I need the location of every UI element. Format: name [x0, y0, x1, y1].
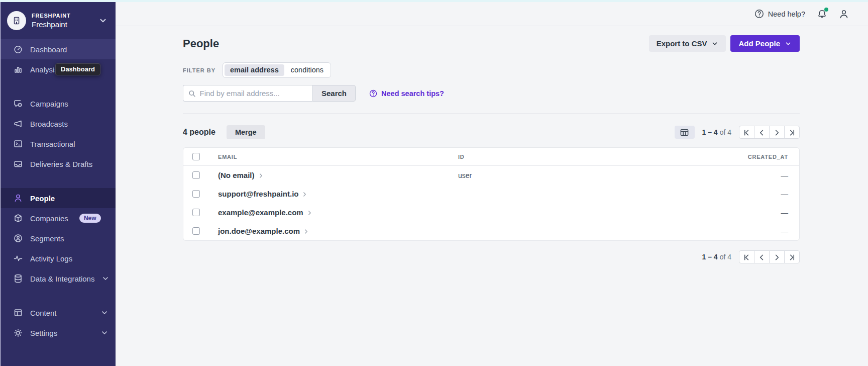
- sidebar-item-activity-logs[interactable]: Activity Logs: [0, 248, 116, 268]
- search-tips-link[interactable]: Need search tips?: [369, 89, 444, 98]
- account-menu-button[interactable]: [839, 9, 849, 19]
- chevron-right-icon: [773, 253, 781, 261]
- sidebar-item-campaigns[interactable]: Campaigns: [0, 94, 116, 114]
- gauge-icon: [13, 44, 23, 54]
- export-csv-button[interactable]: Export to CSV: [649, 35, 726, 52]
- sidebar-item-people[interactable]: People: [0, 188, 116, 208]
- sidebar-spacer: [0, 289, 116, 303]
- footer-pagination: 1 – 4of 4: [702, 250, 800, 263]
- terminal-icon: [13, 139, 23, 149]
- pagination-range: 1 – 4: [702, 128, 718, 136]
- sidebar-item-transactional[interactable]: Transactional: [0, 134, 116, 154]
- sidebar-item-label: Deliveries & Drafts: [30, 160, 92, 168]
- layout-icon: [13, 308, 23, 318]
- search-tips-label: Need search tips?: [381, 89, 444, 98]
- chevron-left-icon: [758, 129, 766, 136]
- person-icon: [13, 193, 23, 203]
- first-page-button[interactable]: [739, 126, 754, 139]
- filter-option-conditions[interactable]: conditions: [285, 64, 329, 76]
- sidebar-item-settings[interactable]: Settings: [0, 323, 116, 343]
- filter-bar: FILTER BY email address conditions: [183, 62, 800, 78]
- pagination-controls: [739, 126, 800, 139]
- table-columns-icon: [680, 128, 689, 137]
- id-column-header: ID: [458, 154, 714, 160]
- sidebar-item-label: Content: [30, 309, 57, 317]
- app-window: FRESHPAINT Freshpaint Dashboard Analysis: [0, 2, 868, 366]
- add-people-button[interactable]: Add People: [730, 35, 800, 52]
- prev-page-button[interactable]: [754, 126, 770, 139]
- search-input[interactable]: [199, 89, 307, 98]
- person-email: jon.doe@example.com: [218, 227, 300, 235]
- column-settings-button[interactable]: [675, 126, 695, 139]
- sidebar-spacer: [0, 174, 116, 188]
- first-page-icon: [743, 253, 750, 261]
- search-button[interactable]: Search: [312, 85, 356, 102]
- people-page: People Export to CSV Add People FILTER B…: [116, 26, 868, 366]
- row-checkbox[interactable]: [192, 190, 200, 198]
- topbar: Need help?: [116, 2, 868, 26]
- sidebar-item-deliveries-drafts[interactable]: Deliveries & Drafts: [0, 154, 116, 174]
- sidebar-spacer: [0, 79, 116, 94]
- chevron-left-icon: [758, 253, 766, 261]
- campaign-bubble-icon: [13, 99, 23, 109]
- select-all-checkbox[interactable]: [192, 153, 200, 160]
- last-page-button[interactable]: [784, 126, 800, 139]
- table-footer: 1 – 4of 4: [183, 250, 800, 263]
- new-badge: New: [79, 214, 101, 223]
- row-checkbox[interactable]: [192, 171, 200, 179]
- next-page-button[interactable]: [769, 126, 785, 139]
- sidebar-item-content[interactable]: Content: [0, 303, 116, 323]
- person-created-at: —: [714, 171, 799, 179]
- database-icon: [13, 273, 23, 284]
- person-created-at: —: [714, 209, 799, 217]
- notifications-button[interactable]: [817, 9, 827, 19]
- workspace-name: Freshpaint: [32, 20, 70, 29]
- export-csv-label: Export to CSV: [657, 39, 707, 48]
- chevron-right-icon: [773, 129, 781, 136]
- gear-icon: [13, 328, 23, 338]
- filter-option-email-address[interactable]: email address: [225, 64, 284, 76]
- person-link[interactable]: jon.doe@example.com: [218, 227, 309, 235]
- page-header: People Export to CSV Add People: [183, 35, 800, 52]
- main-area: Need help? People Export to CSV: [116, 2, 868, 366]
- row-checkbox[interactable]: [192, 209, 200, 216]
- first-page-button[interactable]: [739, 250, 754, 263]
- sidebar-item-data-integrations[interactable]: Data & Integrations: [0, 268, 116, 289]
- table-row: support@freshpaint.io —: [183, 185, 799, 203]
- list-toolbar: 4 people Merge 1 – 4of 4: [183, 125, 800, 139]
- sidebar-item-broadcasts[interactable]: Broadcasts: [0, 114, 116, 134]
- workspace-switcher[interactable]: FRESHPAINT Freshpaint: [0, 2, 116, 39]
- chevron-down-icon: [785, 40, 792, 47]
- person-link[interactable]: example@example.com: [218, 208, 312, 217]
- last-page-button[interactable]: [784, 250, 800, 263]
- need-help-link[interactable]: Need help?: [754, 9, 805, 19]
- chevron-right-icon: [302, 192, 307, 197]
- prev-page-button[interactable]: [754, 250, 770, 263]
- person-id: user: [458, 171, 714, 179]
- row-checkbox[interactable]: [192, 227, 200, 235]
- sidebar-item-label: Data & Integrations: [30, 274, 94, 283]
- chevron-down-icon: [711, 40, 718, 47]
- pagination-status: 1 – 4of 4: [702, 128, 732, 136]
- person-email: (No email): [218, 171, 255, 179]
- activity-icon: [13, 253, 23, 263]
- person-created-at: —: [714, 190, 799, 198]
- help-circle-icon: [754, 9, 764, 19]
- person-email: support@freshpaint.io: [218, 190, 298, 198]
- sidebar-item-dashboard[interactable]: Dashboard: [0, 39, 116, 59]
- merge-button[interactable]: Merge: [227, 125, 265, 139]
- filter-by-label: FILTER BY: [183, 67, 215, 73]
- sidebar-item-label: Transactional: [30, 140, 75, 148]
- chevron-down-icon: [100, 309, 108, 317]
- pagination-status: 1 – 4of 4: [702, 253, 732, 261]
- sidebar-item-companies[interactable]: Companies New: [0, 208, 116, 228]
- sidebar-item-segments[interactable]: Segments: [0, 228, 116, 248]
- inbox-icon: [13, 159, 23, 169]
- next-page-button[interactable]: [769, 250, 785, 263]
- sidebar-left-edge: [0, 2, 1, 366]
- dashboard-tooltip: Dashboard: [55, 63, 100, 75]
- last-page-icon: [788, 253, 796, 261]
- person-link[interactable]: (No email): [218, 171, 264, 179]
- page-title: People: [183, 37, 219, 50]
- person-link[interactable]: support@freshpaint.io: [218, 190, 307, 198]
